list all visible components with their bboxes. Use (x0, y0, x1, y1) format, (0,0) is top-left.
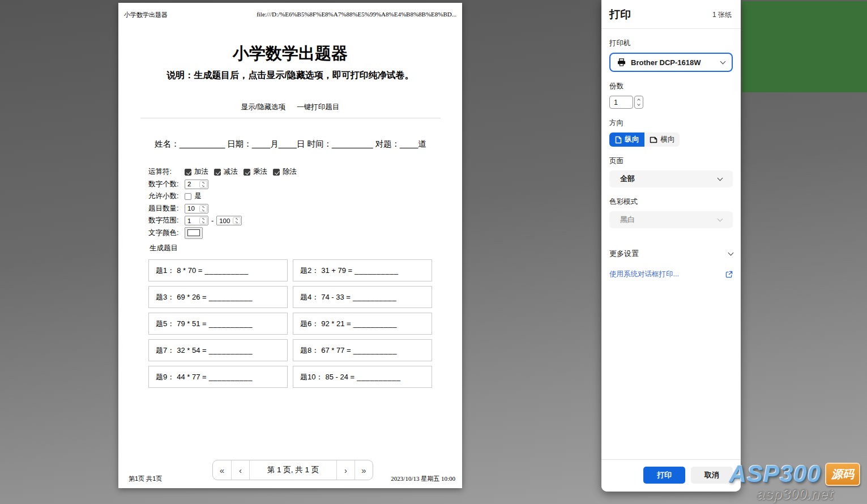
sheet-count: 1 张纸 (712, 10, 732, 20)
pages-label: 页面 (609, 156, 733, 166)
page-status: 第 1 页, 共 1 页 (249, 460, 336, 480)
color-mode-dropdown: 黑白 (609, 211, 733, 228)
chevron-down-icon (717, 176, 723, 181)
multiplication-checkbox (244, 169, 250, 176)
printer-selected-value: Brother DCP-1618W (631, 58, 716, 67)
answer-blank: __________ (204, 266, 248, 275)
problem-item: 题7： 32 * 54 = __________ (148, 339, 288, 361)
problem-expression: 92 * 21 = (321, 319, 351, 328)
portrait-button[interactable]: 纵向 (609, 133, 644, 147)
operator-addition: 加法 (185, 167, 208, 177)
allow-decimal-row: 允许小数: 是 (148, 190, 302, 203)
question-count-row: 题目数量: 10 (148, 203, 302, 215)
problem-expression: 31 + 79 = (321, 266, 352, 275)
external-link-icon (725, 271, 733, 278)
answer-blank: __________ (353, 346, 397, 354)
allow-decimal-checkbox (185, 193, 191, 200)
division-checkbox (273, 169, 280, 176)
problem-label: 题9： (156, 372, 174, 382)
pagination-control: « ‹ 第 1 页, 共 1 页 › » (212, 460, 373, 480)
answer-blank: __________ (357, 373, 400, 381)
digit-count-input: 2 (185, 180, 208, 189)
printer-icon (617, 58, 626, 67)
pages-dropdown[interactable]: 全部 (609, 170, 733, 187)
problem-label: 题8： (300, 345, 319, 356)
problem-label: 题1： (156, 266, 174, 276)
problem-item: 题9： 44 * 77 = __________ (148, 366, 288, 388)
print-dialog-header: 打印 1 张纸 (601, 0, 741, 29)
portrait-label: 纵向 (625, 135, 639, 144)
problem-label: 题7： (156, 345, 174, 356)
problem-expression: 8 * 70 = (177, 266, 202, 275)
problem-expression: 85 - 24 = (325, 373, 355, 381)
landscape-page-icon (650, 136, 657, 143)
page-instructions: 说明：生成题目后，点击显示/隐藏选项，即可打印纯净试卷。 (118, 70, 462, 82)
answer-blank: __________ (209, 293, 253, 301)
print-header-url: file:///D:/%E6%B5%8F%E8%A7%88%E5%99%A8%E… (257, 11, 456, 19)
student-info-line: 姓名：__________ 日期：____月____日 时间：_________… (140, 139, 441, 150)
generate-questions-button: 生成题目 (150, 244, 178, 253)
problem-label: 题3： (156, 292, 174, 302)
cancel-button[interactable]: 取消 (691, 467, 733, 484)
answer-blank: __________ (209, 319, 253, 328)
problems-grid: 题1： 8 * 70 = __________ 题2： 31 + 79 = __… (148, 259, 432, 388)
print-button[interactable]: 打印 (643, 467, 685, 484)
problem-item: 题8： 67 * 77 = __________ (293, 339, 432, 361)
range-max-input: 100 (216, 216, 242, 225)
problem-expression: 69 * 26 = (177, 293, 206, 301)
answer-blank: __________ (209, 373, 253, 381)
spinner-buttons-icon (199, 217, 207, 224)
watermark-site: asp300.net (729, 485, 860, 503)
problem-label: 题6： (300, 319, 319, 329)
orientation-label: 方向 (609, 118, 733, 128)
print-footer-datetime: 2023/10/13 星期五 10:00 (391, 475, 455, 483)
text-color-picker (185, 227, 203, 239)
chevron-down-icon (720, 59, 726, 65)
answer-blank: __________ (209, 346, 253, 354)
copies-control: 1 (609, 96, 733, 109)
operator-subtraction: 减法 (214, 167, 238, 177)
question-count-input: 10 (185, 204, 208, 213)
print-header-doc-title: 小学数学出题器 (124, 11, 168, 19)
problem-item: 题5： 79 * 51 = __________ (148, 313, 288, 335)
print-dialog: 打印 1 张纸 打印机 Brother DCP-1618W 份数 1 方向 (601, 0, 741, 492)
copies-stepper[interactable] (634, 96, 643, 109)
system-dialog-link[interactable]: 使用系统对话框打印... (609, 270, 733, 279)
landscape-label: 横向 (661, 135, 675, 144)
more-settings-expander[interactable]: 更多设置 (609, 249, 733, 259)
page-title: 小学数学出题器 (118, 42, 462, 65)
page-count-text: 第1页 共1页 (129, 475, 162, 483)
problem-expression: 67 * 77 = (321, 346, 351, 354)
allow-decimal-label: 允许小数: (148, 191, 181, 201)
answer-blank: __________ (353, 319, 397, 328)
subtraction-checkbox (214, 169, 221, 176)
problem-label: 题2： (300, 266, 319, 276)
divider (140, 118, 441, 118)
printer-select[interactable]: Brother DCP-1618W (609, 53, 733, 72)
problem-expression: 44 * 77 = (177, 373, 206, 381)
number-range-label: 数字范围: (148, 216, 181, 225)
last-page-button: » (355, 460, 373, 480)
landscape-button[interactable]: 横向 (644, 133, 680, 147)
operators-label: 运算符: (148, 167, 181, 177)
multiplication-label: 乘法 (253, 167, 267, 177)
generate-row: 生成题目 (148, 242, 302, 255)
answer-blank: __________ (355, 266, 398, 275)
addition-checkbox (185, 169, 191, 176)
more-settings-label: 更多设置 (609, 249, 639, 259)
spinner-buttons-icon (199, 181, 207, 188)
problem-item: 题3： 69 * 26 = __________ (148, 286, 288, 308)
number-range-row: 数字范围: 1 - 100 (148, 215, 302, 227)
problem-label: 题10： (300, 372, 323, 382)
copies-input[interactable]: 1 (609, 96, 633, 109)
division-label: 除法 (283, 167, 297, 177)
digit-count-row: 数字个数: 2 (148, 178, 302, 191)
problem-expression: 79 * 51 = (177, 319, 206, 328)
print-header: 小学数学出题器 file:///D:/%E6%B5%8F%E8%A7%88%E5… (124, 11, 456, 19)
spinner-buttons-icon (199, 205, 207, 212)
subtraction-label: 减法 (224, 167, 238, 177)
chevron-down-icon (728, 250, 734, 256)
addition-label: 加法 (194, 167, 208, 177)
range-min-input: 1 (185, 216, 208, 225)
problem-item: 题10： 85 - 24 = __________ (293, 366, 432, 388)
